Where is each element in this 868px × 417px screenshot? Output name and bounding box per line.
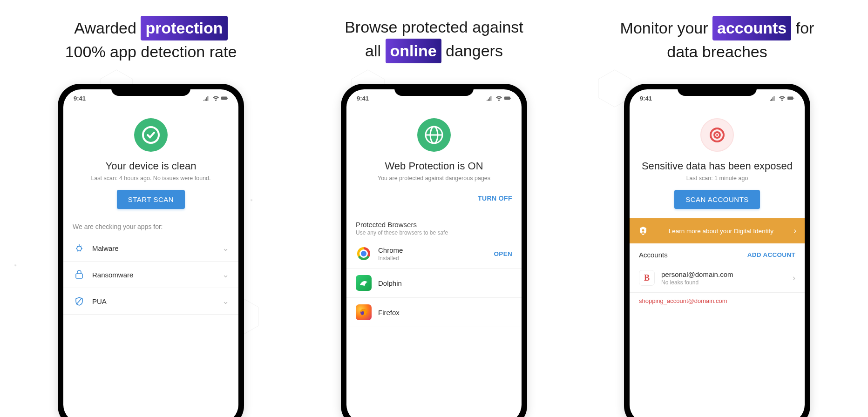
chevron-down-icon: ⌄ [222, 269, 229, 280]
svg-point-30 [642, 229, 644, 232]
svg-rect-20 [510, 98, 511, 99]
li-label: Ransomware [92, 271, 222, 279]
check-label: We are checking your apps for: [63, 218, 172, 235]
signal-icon [203, 95, 210, 101]
panel-protection: Awarded protection 100% app detection ra… [19, 14, 283, 417]
web-protection-icon [417, 118, 451, 152]
headline-3: Monitor your accounts for data breaches [620, 14, 814, 65]
svg-line-18 [76, 298, 82, 304]
svg-point-29 [716, 134, 718, 136]
svg-rect-17 [76, 274, 82, 278]
list-item-pua[interactable]: PUA ⌄ [63, 288, 238, 315]
browser-name: Chrome [378, 246, 494, 254]
svg-rect-14 [227, 98, 228, 99]
status-time: 9:41 [640, 95, 652, 102]
account-email: personal@domain.com [661, 270, 793, 278]
banner-text: Learn more about your Digital Identity [654, 228, 788, 235]
headline-1: Awarded protection 100% app detection ra… [65, 14, 237, 65]
browser-item-chrome[interactable]: ChromeInstalled OPEN [346, 239, 522, 269]
browser-name: Dolphin [378, 279, 512, 287]
battery-icon [787, 95, 794, 101]
status-icons [487, 95, 511, 101]
wifi-icon [212, 95, 219, 101]
status-icons [770, 95, 794, 101]
shield-icon [638, 226, 648, 236]
malware-icon [73, 242, 86, 255]
list-item-ransomware[interactable]: Ransomware ⌄ [63, 262, 238, 288]
hero-subtitle-1: Last scan: 4 hours ago. No issues were f… [91, 175, 210, 182]
highlight-accounts: accounts [712, 16, 791, 40]
browser-item-dolphin[interactable]: Dolphin [346, 269, 522, 298]
signal-icon [487, 95, 494, 101]
clean-icon [134, 118, 168, 152]
svg-rect-19 [504, 97, 510, 100]
firefox-icon [356, 304, 372, 320]
account-avatar: B [639, 270, 655, 286]
leaked-account-hint: shopping_account@domain.com [630, 293, 805, 309]
status-time: 9:41 [74, 95, 86, 102]
chrome-icon [356, 246, 372, 262]
battery-icon [504, 95, 511, 101]
add-account-button[interactable]: ADD ACCOUNT [747, 251, 795, 258]
list-item-malware[interactable]: Malware ⌄ [63, 235, 238, 262]
phone-mockup-1: 9:41 Your device is clean Last scan: 4 h… [58, 84, 244, 417]
svg-rect-13 [221, 97, 227, 100]
li-label: Malware [92, 244, 222, 252]
notch [111, 84, 190, 96]
account-status: No leaks found [661, 279, 793, 286]
pua-icon [73, 295, 86, 308]
svg-rect-25 [787, 97, 793, 100]
highlight-online: online [386, 39, 441, 63]
wifi-icon [779, 95, 786, 101]
chevron-down-icon: ⌄ [222, 243, 229, 253]
browser-name: Firefox [378, 309, 512, 316]
scan-accounts-button[interactable]: SCAN ACCOUNTS [674, 190, 760, 209]
phone-mockup-2: 9:41 Web Protection is ON You are protec… [341, 84, 527, 417]
status-icons [203, 95, 228, 101]
status-time: 9:41 [357, 95, 369, 102]
highlight-protection: protection [141, 16, 227, 40]
account-item[interactable]: B personal@domain.comNo leaks found › [630, 263, 805, 293]
browser-item-firefox[interactable]: Firefox [346, 298, 522, 327]
wifi-icon [495, 95, 502, 101]
hero-title-1: Your device is clean [106, 160, 197, 172]
accounts-title: Accounts [639, 251, 668, 259]
ransomware-icon [73, 268, 86, 281]
breach-icon [700, 118, 734, 152]
start-scan-button[interactable]: START SCAN [117, 190, 185, 209]
dolphin-icon [356, 275, 372, 291]
li-label: PUA [92, 297, 222, 305]
chevron-down-icon: ⌄ [222, 296, 229, 306]
signal-icon [770, 95, 777, 101]
headline-2: Browse protected against all online dang… [345, 14, 523, 65]
battery-icon [221, 95, 228, 101]
protected-browsers-header: Protected Browsers Use any of these brow… [346, 213, 522, 239]
browser-status: Installed [378, 255, 494, 262]
chevron-right-icon: › [793, 273, 795, 283]
open-button[interactable]: OPEN [494, 250, 512, 257]
panel-web-protection: Browse protected against all online dang… [302, 14, 566, 417]
hero-subtitle-2: You are protected against dangerous page… [378, 175, 490, 182]
turn-off-button[interactable]: TURN OFF [478, 190, 512, 204]
hero-title-3: Sensitive data has been exposed [642, 160, 793, 172]
phone-mockup-3: 9:41 Sensitive data has been exposed Las… [624, 84, 810, 417]
hero-title-2: Web Protection is ON [385, 160, 483, 172]
panel-accounts: Monitor your accounts for data breaches … [585, 14, 849, 417]
chevron-right-icon: › [794, 227, 796, 235]
notch [394, 84, 474, 96]
digital-identity-banner[interactable]: Learn more about your Digital Identity › [630, 218, 805, 243]
hero-subtitle-3: Last scan: 1 minute ago [686, 175, 748, 182]
svg-rect-26 [793, 98, 794, 99]
notch [678, 84, 757, 96]
